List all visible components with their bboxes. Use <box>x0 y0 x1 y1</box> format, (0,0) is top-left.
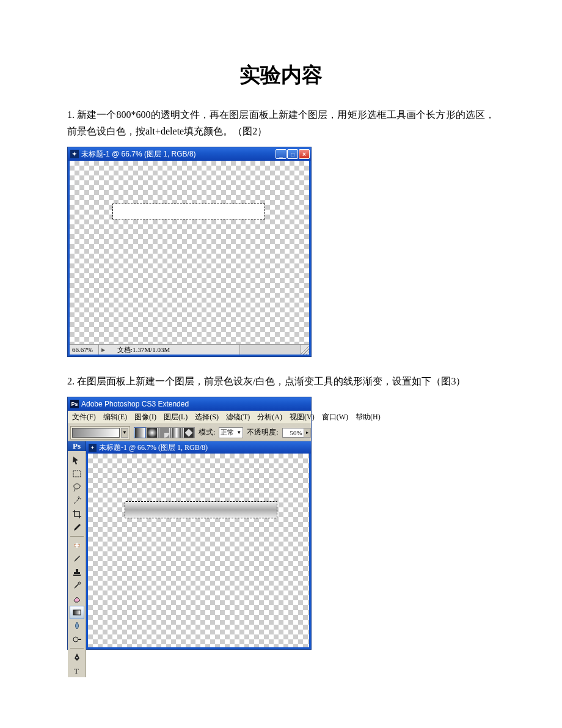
workspace: Ps T <box>68 441 311 649</box>
svg-rect-9 <box>73 610 81 615</box>
gradient-picker[interactable]: ▼ <box>70 426 130 439</box>
gradient-tool-icon[interactable] <box>70 606 84 619</box>
ps-doc-icon: ✦ <box>70 150 79 158</box>
ps-app-icon: Ps <box>70 400 79 408</box>
svg-point-11 <box>76 657 77 658</box>
page-title: 实验内容 <box>67 61 495 89</box>
blur-tool-icon[interactable] <box>70 619 84 633</box>
ps-doc-icon-2: ✦ <box>89 444 97 452</box>
canvas-area-2[interactable] <box>88 454 309 647</box>
type-tool-icon[interactable]: T <box>70 664 84 677</box>
app-window-titlebar[interactable]: Ps Adobe Photoshop CS3 Extended <box>68 397 311 411</box>
linear-gradient-button[interactable] <box>134 427 146 438</box>
svg-point-10 <box>73 637 78 642</box>
svg-rect-1 <box>147 428 157 438</box>
menubar: 文件(F) 编辑(E) 图像(I) 图层(L) 选择(S) 滤镜(T) 分析(A… <box>68 411 311 424</box>
close-button[interactable]: × <box>299 149 310 159</box>
doc-window-titlebar[interactable]: ✦ 未标题-1 @ 66.7% (图层 1, RGB/8) _ □ × <box>68 147 311 161</box>
eraser-tool-icon[interactable] <box>70 592 84 606</box>
paragraph-1: 1. 新建一个800*600的透明文件，再在图层面板上新建个图层，用矩形选框工具… <box>67 106 495 139</box>
menu-file[interactable]: 文件(F) <box>69 411 99 424</box>
menu-layer[interactable]: 图层(L) <box>161 411 191 424</box>
doc-window-title-2: 未标题-1 @ 66.7% (图层 1, RGB/8) <box>99 443 208 453</box>
gradient-type-group <box>134 427 195 438</box>
angle-gradient-button[interactable] <box>158 427 170 438</box>
blend-mode-select[interactable]: 正常 ▼ <box>219 427 243 438</box>
svg-rect-6 <box>73 471 81 477</box>
gradient-filled-bar <box>125 501 277 518</box>
paragraph-2: 2. 在图层面板上新建一个图层，前景色设灰/白色，点渐变工具的线形渐变，设置如下… <box>67 373 495 389</box>
chevron-down-icon: ▼ <box>236 430 241 435</box>
doc-window-title: 未标题-1 @ 66.7% (图层 1, RGB/8) <box>81 149 196 160</box>
doc-window-titlebar-2[interactable]: ✦ 未标题-1 @ 66.7% (图层 1, RGB/8) <box>86 441 311 454</box>
gradient-preview <box>72 428 120 438</box>
filled-selection-rect <box>112 204 265 219</box>
blend-mode-value: 正常 <box>221 428 234 437</box>
ps-brand-bar: Ps <box>68 441 86 451</box>
menu-analysis[interactable]: 分析(A) <box>254 411 285 424</box>
figure-2: Ps Adobe Photoshop CS3 Extended 文件(F) 编辑… <box>67 397 312 650</box>
app-window-title: Adobe Photoshop CS3 Extended <box>81 400 189 408</box>
menu-select[interactable]: 选择(S) <box>192 411 222 424</box>
figure-1: ✦ 未标题-1 @ 66.7% (图层 1, RGB/8) _ □ × 66.6… <box>67 147 312 357</box>
zoom-field[interactable]: 66.67% <box>70 345 99 355</box>
opacity-dropdown-arrow[interactable]: ▸ <box>304 428 311 438</box>
brush-tool-icon[interactable] <box>70 552 84 565</box>
move-tool-icon[interactable] <box>70 454 84 467</box>
reflected-gradient-button[interactable] <box>170 427 183 438</box>
maximize-button[interactable]: □ <box>287 149 298 159</box>
menu-help[interactable]: 帮助(H) <box>352 411 384 424</box>
menu-view[interactable]: 视图(V) <box>286 411 318 424</box>
diamond-gradient-button[interactable] <box>183 427 195 438</box>
canvas-area[interactable] <box>70 161 309 344</box>
menu-edit[interactable]: 编辑(E) <box>100 411 130 424</box>
marquee-tool-icon[interactable] <box>70 467 84 480</box>
menu-filter[interactable]: 滤镜(T) <box>223 411 253 424</box>
document-area: ✦ 未标题-1 @ 66.7% (图层 1, RGB/8) <box>86 441 311 649</box>
history-brush-tool-icon[interactable] <box>70 579 84 592</box>
gradient-dropdown-arrow[interactable]: ▼ <box>121 428 128 438</box>
eyedropper-tool-icon[interactable] <box>70 521 84 534</box>
stamp-tool-icon[interactable] <box>70 565 84 579</box>
statusbar: 66.67% 文档:1.37M/1.03M <box>70 344 309 355</box>
horizontal-scrollbar[interactable] <box>239 345 301 355</box>
dodge-tool-icon[interactable] <box>70 633 84 646</box>
opacity-input[interactable]: 50% <box>282 428 304 438</box>
resize-grip[interactable] <box>301 345 309 355</box>
minimize-button[interactable]: _ <box>276 149 286 159</box>
menu-image[interactable]: 图像(I) <box>131 411 159 424</box>
radial-gradient-button[interactable] <box>146 427 158 438</box>
svg-rect-0 <box>135 428 145 438</box>
svg-rect-3 <box>172 428 181 438</box>
mode-label: 模式: <box>199 427 215 438</box>
options-bar: ▼ 模式: 正常 ▼ 不透明度: 50% ▸ <box>68 424 311 441</box>
pen-tool-icon[interactable] <box>70 650 84 664</box>
svg-text:T: T <box>74 666 79 675</box>
doc-size-field[interactable]: 文档:1.37M/1.03M <box>99 345 239 355</box>
opacity-label: 不透明度: <box>247 427 278 438</box>
crop-tool-icon[interactable] <box>70 507 84 521</box>
menu-window[interactable]: 窗口(W) <box>319 411 351 424</box>
healing-brush-tool-icon[interactable] <box>70 539 84 552</box>
toolbox: T <box>68 451 86 677</box>
lasso-tool-icon[interactable] <box>70 480 84 494</box>
magic-wand-tool-icon[interactable] <box>70 494 84 507</box>
